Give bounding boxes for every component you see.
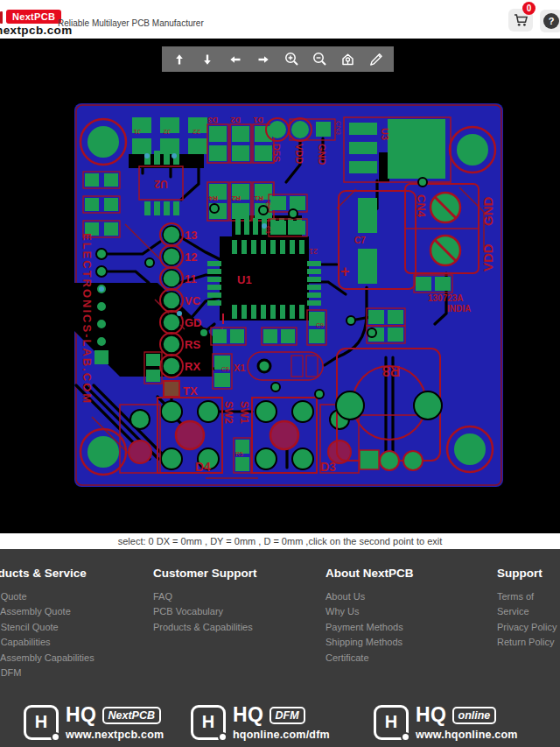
hq-h-icon: H — [374, 705, 409, 740]
footer-link[interactable]: About Us — [326, 589, 500, 604]
help-icon: ? — [543, 13, 559, 29]
footer-link[interactable]: FAQ — [153, 589, 328, 604]
svg-text:13: 13 — [185, 229, 197, 242]
pcb-viewer-page: NextPCB nextpcb.com Reliable Multilayer … — [0, 0, 560, 747]
svg-text:+: + — [340, 263, 350, 280]
hq-online-logo: H HQ online www.hqonline.com — [374, 703, 518, 741]
svg-text:R1: R1 — [254, 194, 263, 202]
footer-link[interactable]: Payment Methods — [326, 620, 500, 635]
footer-col-products: Products & Service PCB Quote PCB Assembl… — [0, 567, 153, 680]
footer-link[interactable]: PCB Assembly Capabilities — [0, 651, 153, 666]
header-tagline: Reliable Multilayer PCB Manufacturer — [58, 18, 204, 28]
u3-regulator: U3 — [344, 117, 451, 182]
zoom-in-icon — [284, 52, 299, 67]
viewer-toolbar — [162, 46, 394, 72]
svg-text:21: 21 — [309, 247, 318, 256]
hq-badge: online — [452, 707, 497, 724]
hq-dfm-logo: H HQ DFM hqonline.com/dfm — [191, 703, 330, 741]
svg-text:GND: GND — [480, 197, 495, 227]
svg-text:SW2: SW2 — [222, 401, 234, 424]
footer-link[interactable]: PCB Vocabulary — [153, 604, 328, 619]
pencil-icon — [368, 52, 383, 67]
hq-brand: HQ — [66, 703, 97, 727]
footer-link[interactable]: Privacy Policy — [497, 620, 560, 635]
svg-text:SW1: SW1 — [238, 401, 250, 424]
svg-text:R8: R8 — [382, 363, 401, 378]
footer-heading: Customer Support — [153, 567, 328, 580]
arrow-right-icon — [256, 53, 270, 67]
svg-text:CN3: CN3 — [334, 121, 342, 136]
measurement-status-bar: select: 0 DX = 0mm , DY = 0mm , D = 0mm … — [0, 533, 560, 549]
hq-h-icon: H — [191, 705, 226, 740]
hq-badge: DFM — [270, 707, 305, 724]
footer-col-support: Support Terms of Service Privacy Policy … — [497, 567, 560, 651]
svg-text:C7: C7 — [354, 236, 366, 245]
svg-text:TX: TX — [183, 384, 198, 398]
arrow-left-icon — [228, 53, 242, 67]
footer-link[interactable]: PCB Quote — [0, 589, 153, 604]
svg-text:GD: GD — [185, 316, 202, 329]
footer-link[interactable]: Why Us — [326, 604, 500, 619]
pan-right-button[interactable] — [253, 49, 274, 70]
footer-link[interactable]: Terms of Service — [497, 589, 560, 620]
zoom-in-button[interactable] — [282, 49, 303, 70]
svg-text:D1: D1 — [253, 116, 263, 124]
footer-link[interactable]: PCB Assembly Quote — [0, 604, 153, 619]
svg-text:X1: X1 — [234, 363, 245, 373]
nextpcb-logo[interactable]: NextPCB — [6, 10, 61, 24]
svg-text:CN4: CN4 — [415, 194, 428, 218]
pan-down-button[interactable] — [197, 49, 218, 70]
cart-count-badge: 0 — [522, 2, 536, 15]
cart-icon — [514, 13, 528, 27]
logo-bubble-icon — [0, 11, 3, 24]
svg-text:J1: J1 — [133, 128, 141, 136]
svg-text:D2: D2 — [230, 116, 241, 124]
hq-brand: HQ — [416, 703, 447, 727]
svg-text:U2: U2 — [154, 178, 168, 190]
footer-col-customer-support: Customer Support FAQ PCB Vocabulary Prod… — [153, 567, 328, 635]
svg-text:R2: R2 — [231, 194, 241, 202]
zoom-out-button[interactable] — [310, 49, 331, 70]
footer-link[interactable]: Products & Capabilities — [153, 620, 328, 635]
hq-badge: NextPCB — [102, 707, 162, 724]
footer-link[interactable]: PCB Capabilities — [0, 635, 153, 650]
svg-text:R5: R5 — [235, 451, 243, 457]
svg-text:VC: VC — [185, 294, 201, 307]
svg-text:R4: R4 — [208, 194, 218, 202]
help-button[interactable]: ? — [540, 10, 560, 32]
footer-heading: Products & Service — [0, 567, 153, 580]
svg-text:U1: U1 — [237, 273, 252, 286]
viewer-canvas[interactable]: J1 J2 22 D3 D2 — [0, 39, 560, 533]
svg-text:J2: J2 — [163, 128, 171, 136]
home-view-button[interactable] — [338, 49, 359, 70]
home-icon — [340, 52, 355, 67]
svg-text:INDIA: INDIA — [447, 304, 471, 314]
pan-up-button[interactable] — [169, 49, 190, 70]
zoom-out-icon — [312, 52, 327, 67]
arrow-down-icon — [200, 53, 214, 67]
svg-text:22: 22 — [192, 128, 200, 136]
svg-text:VDD: VDD — [294, 144, 304, 164]
hq-nextpcb-logo: H HQ NextPCB www.nextpcb.com — [24, 703, 164, 741]
footer-heading: Support — [497, 567, 560, 580]
hq-url: www.hqonline.com — [416, 729, 518, 741]
svg-text:U3: U3 — [380, 128, 390, 140]
footer-heading: About NextPCB — [326, 567, 500, 580]
footer-link[interactable]: Shipping Methods — [326, 635, 500, 650]
svg-text:D5S: D5S — [271, 144, 282, 162]
pan-left-button[interactable] — [225, 49, 246, 70]
arrow-up-icon — [172, 53, 186, 67]
hq-url: www.nextpcb.com — [66, 729, 164, 741]
footer-link[interactable]: PCB Stencil Quote — [0, 620, 153, 635]
footer-link[interactable]: Certificate — [326, 651, 500, 666]
svg-text:RX: RX — [185, 360, 200, 373]
measure-button[interactable] — [366, 49, 387, 70]
hq-url: hqonline.com/dfm — [233, 729, 330, 741]
footer-link[interactable]: Free DFM — [0, 666, 153, 680]
board-credit-text: ELECTRONICS-LAB.COM — [80, 233, 94, 405]
svg-text:12: 12 — [185, 250, 197, 264]
footer: Products & Service PCB Quote PCB Assembl… — [0, 549, 560, 747]
svg-text:C8: C8 — [221, 366, 229, 372]
footer-link[interactable]: Return Policy — [497, 635, 560, 650]
pcb-board-image[interactable]: J1 J2 22 D3 D2 — [74, 103, 503, 487]
